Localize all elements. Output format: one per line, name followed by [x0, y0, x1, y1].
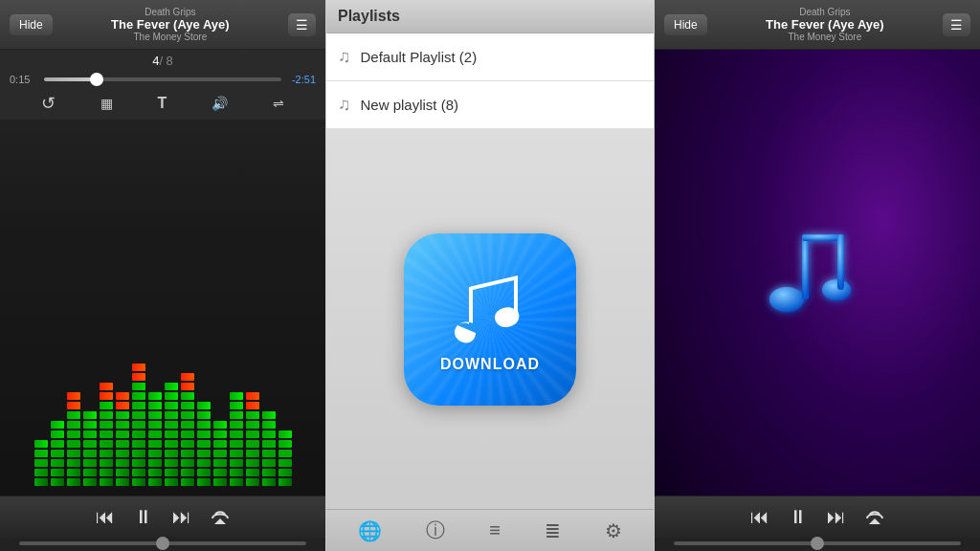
volume-icon[interactable]: 🔊	[212, 96, 228, 111]
eq-bar	[116, 323, 129, 486]
tab-list[interactable]: ≡	[489, 519, 501, 541]
right-song: The Fever (Aye Aye)	[707, 17, 943, 32]
time-start: 0:15	[10, 74, 36, 85]
eq-bar	[100, 323, 113, 486]
left-player-panel: Hide Death Grips The Fever (Aye Aye) The…	[0, 0, 325, 551]
progress-thumb[interactable]	[90, 73, 103, 86]
eq-bar	[148, 323, 162, 486]
eq-visualization	[34, 314, 292, 486]
playlist-list: ♫ Default Playlist (2) ♫ New playlist (8…	[326, 33, 654, 129]
left-song: The Fever (Aye Aye)	[53, 17, 288, 32]
right-menu-button[interactable]: ☰	[943, 13, 970, 36]
time-end: -2:51	[289, 74, 316, 85]
center-panel: Playlists ♫ Default Playlist (2) ♫ New p…	[325, 0, 655, 551]
right-header: Hide Death Grips The Fever (Aye Aye) The…	[655, 0, 980, 50]
download-button[interactable]: DOWNLOAD	[404, 233, 576, 406]
left-menu-button[interactable]: ☰	[288, 13, 316, 36]
svg-rect-3	[802, 234, 809, 299]
right-bottom-controls: ⏮ ⏸ ⏭	[655, 496, 980, 538]
right-next-button[interactable]: ⏭	[827, 506, 846, 528]
equalizer-icon[interactable]: ▦	[100, 96, 113, 111]
download-label: DOWNLOAD	[440, 356, 540, 373]
left-prev-button[interactable]: ⏮	[96, 506, 115, 528]
right-player-panel: Hide Death Grips The Fever (Aye Aye) The…	[655, 0, 980, 551]
eq-bar	[181, 323, 194, 486]
equalizer-area	[0, 120, 325, 496]
right-volume-thumb[interactable]	[811, 537, 824, 550]
list-item[interactable]: ♫ New playlist (8)	[326, 81, 654, 129]
playlists-header: Playlists	[326, 0, 654, 33]
music-note-display	[655, 50, 980, 496]
right-airplay-button[interactable]	[865, 507, 884, 528]
repeat-icon[interactable]: ↺	[41, 93, 56, 114]
shuffle-icon[interactable]: ⇌	[273, 96, 284, 111]
left-album: The Money Store	[53, 32, 288, 42]
eq-bar	[230, 323, 243, 486]
tab-playlist[interactable]: ≣	[545, 519, 561, 542]
left-hide-button[interactable]: Hide	[10, 14, 53, 35]
eq-bar	[132, 323, 145, 486]
progress-fill	[44, 77, 97, 81]
controls-row: ↺ ▦ T 🔊 ⇌	[0, 87, 325, 120]
track-info: 4/ 8	[0, 50, 325, 72]
right-title-area: Death Grips The Fever (Aye Aye) The Mone…	[707, 7, 943, 42]
eq-bar	[67, 323, 80, 486]
eq-bar	[197, 323, 211, 486]
large-music-note-icon	[750, 215, 884, 330]
eq-bar	[246, 323, 259, 486]
volume-thumb[interactable]	[156, 537, 169, 550]
left-airplay-button[interactable]	[211, 507, 230, 528]
right-album: The Money Store	[707, 32, 943, 42]
svg-rect-5	[837, 234, 844, 290]
left-artist: Death Grips	[53, 7, 288, 17]
svg-point-1	[769, 287, 804, 312]
eq-bar	[278, 323, 292, 486]
svg-marker-6	[869, 518, 880, 524]
eq-bar	[51, 323, 64, 486]
playlist-music-icon-1: ♫	[338, 47, 351, 67]
eq-bar	[34, 323, 48, 486]
left-bottom-controls: ⏮ ⏸ ⏭	[0, 496, 325, 538]
list-item[interactable]: ♫ Default Playlist (2)	[326, 33, 654, 81]
tab-globe[interactable]: 🌐	[358, 519, 382, 542]
tab-settings[interactable]: ⚙	[605, 519, 622, 542]
lyrics-icon[interactable]: T	[158, 95, 167, 112]
progress-bar[interactable]	[44, 77, 281, 81]
playlist-name-1: Default Playlist (2)	[361, 49, 478, 65]
right-prev-button[interactable]: ⏮	[750, 506, 769, 528]
center-bottom-tabs: 🌐 ⓘ ≡ ≣ ⚙	[326, 509, 654, 551]
right-volume-slider	[655, 538, 980, 551]
svg-point-2	[822, 279, 851, 300]
left-title-area: Death Grips The Fever (Aye Aye) The Mone…	[53, 7, 288, 42]
right-hide-button[interactable]: Hide	[664, 14, 707, 35]
playlist-music-icon-2: ♫	[338, 95, 351, 115]
svg-marker-0	[214, 518, 226, 524]
download-area: DOWNLOAD	[326, 129, 654, 509]
left-pause-button[interactable]: ⏸	[134, 506, 153, 528]
progress-bar-container: 0:15 -2:51	[0, 72, 325, 87]
right-pause-button[interactable]: ⏸	[789, 506, 808, 528]
tab-info[interactable]: ⓘ	[426, 518, 445, 543]
right-artist: Death Grips	[707, 7, 943, 17]
volume-track[interactable]	[19, 541, 306, 545]
left-volume-slider	[0, 538, 325, 551]
right-volume-track[interactable]	[674, 541, 961, 545]
playlist-name-2: New playlist (8)	[361, 97, 459, 113]
left-next-button[interactable]: ⏭	[172, 506, 191, 528]
eq-bar	[83, 323, 97, 486]
left-header: Hide Death Grips The Fever (Aye Aye) The…	[0, 0, 325, 50]
music-note-icon	[442, 266, 538, 352]
eq-bar	[213, 323, 227, 486]
eq-bar	[165, 323, 178, 486]
eq-bar	[262, 323, 276, 486]
track-counter: 4/ 8	[152, 54, 173, 68]
